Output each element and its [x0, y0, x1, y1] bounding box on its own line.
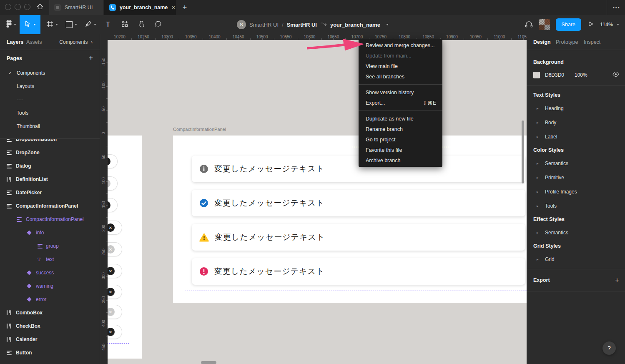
text-tool-button[interactable]: T: [101, 15, 115, 34]
background-opacity-value[interactable]: 100%: [575, 72, 587, 78]
move-tool-button[interactable]: [20, 15, 40, 34]
comment-tool-button[interactable]: [151, 15, 166, 34]
page-item-----[interactable]: ----: [0, 93, 100, 106]
style-item-profile-images[interactable]: ▸Profile Images: [527, 187, 625, 197]
layer-row-group[interactable]: group: [0, 239, 100, 253]
message-card-warning[interactable]: 変更したメッセージテキスト: [192, 224, 525, 251]
branch-menu-chevron-icon[interactable]: [386, 24, 389, 25]
layer-row-warning[interactable]: warning: [0, 279, 100, 293]
canvas-horizontal-scrollbar[interactable]: [201, 361, 216, 364]
style-item-semantics[interactable]: ▸Semantics: [527, 158, 625, 168]
page-item-tools[interactable]: Tools: [0, 106, 100, 120]
menu-item-archive-branch[interactable]: Archive branch: [359, 155, 442, 166]
main-menu-button[interactable]: [3, 15, 19, 34]
style-item-heading[interactable]: ▸Heading: [527, 103, 625, 113]
menu-item-export[interactable]: Export...⇧⌘E: [359, 98, 442, 108]
style-item-primitive[interactable]: ▸Primitive: [527, 173, 625, 183]
layer-row-datepicker[interactable]: DatePicker: [0, 186, 100, 199]
layer-label: Calender: [16, 336, 37, 342]
add-export-button[interactable]: +: [615, 276, 619, 284]
style-item-label: Semantics: [545, 161, 568, 166]
page-selector[interactable]: Components ∧: [59, 34, 93, 50]
tab-inspect[interactable]: Inspect: [584, 34, 600, 50]
layer-row-compactinformationpanel[interactable]: CompactInformationPanel: [0, 199, 100, 213]
layer-row-text[interactable]: Ttext: [0, 253, 100, 266]
background-color-swatch[interactable]: [533, 72, 540, 78]
style-item-body[interactable]: ▸Body: [527, 118, 625, 128]
ruler-tick-label: -150: [101, 54, 106, 70]
menu-item-show-version-history[interactable]: Show version history: [359, 87, 442, 98]
ruler-tick: [106, 181, 108, 182]
breadcrumb-file[interactable]: SmartHR UI: [287, 22, 317, 28]
ruler-tick: [106, 229, 108, 229]
close-tab-icon[interactable]: ✕: [171, 5, 175, 10]
hand-tool-button[interactable]: [134, 15, 149, 34]
layer-row-checkbox[interactable]: CheckBox: [0, 319, 100, 333]
add-page-button[interactable]: +: [89, 54, 93, 62]
create-component-button[interactable]: [117, 15, 132, 34]
tab-prototype[interactable]: Prototype: [556, 34, 578, 50]
ruler-tick: [179, 38, 179, 40]
user-avatar[interactable]: [539, 19, 550, 30]
tab-smarthr-ui[interactable]: SmartHR UI: [49, 0, 103, 15]
menu-item-rename-branch[interactable]: Rename branch: [359, 124, 442, 134]
breadcrumb-separator: /: [282, 22, 284, 28]
menu-item-review-and-merge-changes[interactable]: Review and merge changes...: [359, 40, 442, 50]
layer-row-dialog[interactable]: Dialog: [0, 159, 100, 173]
tab-design[interactable]: Design: [533, 34, 551, 50]
layer-row-calender[interactable]: Calender: [0, 333, 100, 346]
present-play-icon[interactable]: [587, 20, 594, 29]
ruler-tick: [106, 253, 108, 253]
style-item-grid[interactable]: ▸Grid: [527, 254, 625, 264]
page-item-layouts[interactable]: Layouts: [0, 80, 100, 93]
menu-item-see-all-branches[interactable]: See all branches: [359, 71, 442, 82]
page-item-thumbnail[interactable]: Thumbnail: [0, 120, 100, 133]
home-button[interactable]: [35, 3, 45, 13]
menu-item-duplicate-as-new-file[interactable]: Duplicate as new file: [359, 113, 442, 124]
menu-item-favorite-this-file[interactable]: Favorite this file: [359, 145, 442, 155]
window-overflow-menu[interactable]: •••: [610, 0, 624, 15]
layer-row-error[interactable]: error: [0, 293, 100, 306]
traffic-lights[interactable]: [5, 4, 30, 10]
help-button[interactable]: ?: [602, 341, 616, 355]
menu-item-go-to-project[interactable]: Go to project: [359, 134, 442, 145]
layer-row-compactinformationpanel[interactable]: CompactInformationPanel: [0, 213, 100, 226]
style-item-semantics[interactable]: ▸Semantics: [527, 228, 625, 238]
layer-row-success[interactable]: success: [0, 266, 100, 279]
pages-title: Pages: [7, 55, 22, 61]
message-card-error[interactable]: 変更したメッセージテキスト: [192, 258, 525, 285]
rows-layer-icon: [7, 351, 12, 355]
layer-row-info[interactable]: info: [0, 226, 100, 239]
ruler-vertical: -150-100-50050100150200250300350400450: [100, 40, 108, 364]
layer-row-button[interactable]: Button: [0, 346, 100, 359]
eye-icon[interactable]: [612, 71, 619, 79]
layer-row-definitionlist[interactable]: DefinitionList: [0, 173, 100, 186]
frame-title[interactable]: CompactInformationPanel: [173, 127, 226, 132]
menu-item-view-main-file[interactable]: View main file: [359, 61, 442, 71]
canvas-vertical-scrollbar[interactable]: [522, 120, 524, 183]
share-button[interactable]: Share: [556, 18, 581, 31]
frame-tool-button[interactable]: [43, 15, 61, 34]
layer-row-dropdownbutton[interactable]: DropdownButton: [0, 139, 100, 146]
cols-layer-icon: [7, 177, 11, 182]
style-item-tools[interactable]: ▸Tools: [527, 201, 625, 211]
pen-tool-button[interactable]: [81, 15, 100, 34]
style-item-label[interactable]: ▸Label: [527, 132, 625, 142]
page-item-components[interactable]: ✓Components: [0, 66, 100, 80]
breadcrumb-team[interactable]: SmartHR UI: [249, 22, 279, 28]
shape-tool-button[interactable]: [62, 15, 80, 34]
layer-row-combobox[interactable]: ComboBox: [0, 306, 100, 319]
background-hex-value[interactable]: D6D3D0: [545, 72, 564, 78]
tab-assets[interactable]: Assets: [26, 34, 42, 50]
message-card-success[interactable]: 変更したメッセージテキスト: [192, 190, 525, 216]
tab-your-branch-name[interactable]: your_branch_name ✕: [104, 0, 176, 15]
canvas[interactable]: ✕✕✕✕✕✕✕✕✕ CompactInformationPanel 変更したメッ…: [100, 34, 527, 364]
tab-layers[interactable]: Layers: [7, 34, 23, 50]
org-avatar: S: [237, 20, 246, 29]
layer-row-dropzone[interactable]: DropZone: [0, 146, 100, 159]
new-tab-button[interactable]: +: [179, 2, 190, 13]
menu-item-label: Go to project: [366, 137, 396, 143]
breadcrumb-branch[interactable]: your_branch_name: [330, 22, 380, 28]
headphones-icon[interactable]: [525, 20, 533, 30]
zoom-level-control[interactable]: 114%: [600, 22, 619, 28]
